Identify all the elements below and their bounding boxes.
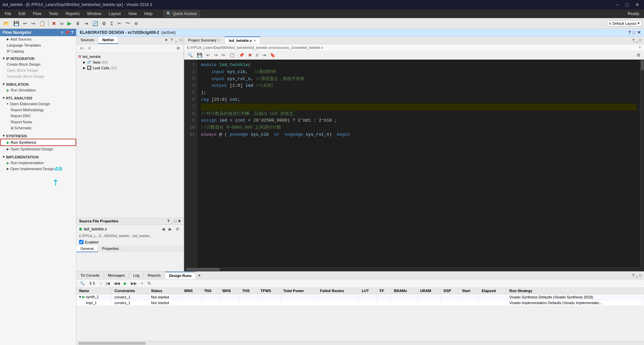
nav-section-sim-title[interactable]: ▾ SIMULATION	[0, 81, 76, 87]
dr-add[interactable]: +	[140, 280, 145, 286]
src-props-tab-general[interactable]: General	[76, 246, 98, 252]
code-paste[interactable]: 📌	[237, 52, 246, 58]
code-hscroll-thumb[interactable]	[186, 268, 220, 271]
nav-item-open-synthesized[interactable]: ▶ Open Synthesized Design	[0, 146, 76, 152]
nav-item-run-simulation[interactable]: ▶ Run Simulation	[0, 87, 76, 93]
synth-expand-icon[interactable]: ▾	[79, 295, 81, 299]
src-props-tab-properties[interactable]: Properties	[98, 246, 123, 252]
code-content[interactable]: module led_twinkle( input sys_clk, //系统时…	[198, 60, 640, 267]
redo-button[interactable]: ↪	[30, 20, 37, 27]
code-hscroll[interactable]	[184, 267, 644, 271]
dr-search[interactable]: 🔍	[78, 280, 86, 286]
src-props-help[interactable]: ?	[167, 219, 169, 223]
src-props-close[interactable]: ✕	[178, 219, 181, 223]
filepath-close[interactable]: ✕	[638, 45, 641, 50]
copy-button[interactable]: 📋	[38, 20, 47, 27]
tab-messages[interactable]: Messages	[104, 272, 129, 279]
dr-percent[interactable]: %	[146, 280, 152, 286]
src-nav-left[interactable]: ◀	[160, 226, 166, 232]
menu-flow[interactable]: Flow	[30, 11, 45, 17]
tab-project-summary[interactable]: Project Summary ✕	[184, 37, 225, 44]
code-comment[interactable]: //	[255, 52, 260, 58]
code-indent[interactable]: ⇥	[261, 52, 267, 58]
bottom-minimize[interactable]: _	[636, 273, 638, 277]
nav-item-open-block-design[interactable]: Open Block Design	[0, 67, 76, 73]
dr-play[interactable]: ▶	[122, 280, 128, 286]
nav-item-language-templates[interactable]: Language Templates	[0, 42, 76, 48]
flow-nav-collapse[interactable]: ≡	[61, 30, 63, 35]
src-props-minimize[interactable]: _	[171, 219, 173, 223]
code-minimize[interactable]: _	[636, 38, 638, 42]
netlist-minimize[interactable]: _	[174, 37, 178, 44]
gear-button[interactable]: ⚙	[100, 20, 108, 27]
close-button[interactable]: ✕	[633, 1, 641, 8]
step-button[interactable]: ⏸	[74, 20, 82, 27]
tab-log[interactable]: Log	[129, 272, 144, 279]
dr-next[interactable]: ▶▶	[129, 280, 138, 286]
netlist-collapse-all[interactable]: ≡	[87, 45, 92, 51]
code-scrollbar[interactable]	[640, 60, 644, 267]
menu-help[interactable]: Help	[141, 11, 156, 17]
bottom-scroll-thumb[interactable]	[78, 342, 146, 345]
nav-item-run-implementation[interactable]: ▶ Run Implementation	[0, 160, 76, 166]
bottom-expand[interactable]: □	[639, 273, 641, 277]
save-button[interactable]: 💾	[12, 20, 21, 27]
code-scroll-thumb[interactable]	[641, 60, 644, 70]
stop-button[interactable]: ✖	[50, 20, 58, 27]
code-copy[interactable]: 📋	[228, 52, 236, 58]
open-button[interactable]: 📂	[2, 20, 11, 27]
menu-reports[interactable]: Reports	[62, 11, 83, 17]
menu-edit[interactable]: Edit	[15, 11, 29, 17]
code-bookmark[interactable]: 🔖	[269, 52, 277, 58]
nav-section-rtl-title[interactable]: ▾ RTL ANALYSIS	[0, 94, 76, 101]
nav-item-generate-block-design[interactable]: Generate Block Design	[0, 73, 76, 79]
table-row-synth[interactable]: ▾ ▶ synth_1 constrs_1 Not started	[76, 294, 644, 300]
step2-button[interactable]: ⇥	[83, 20, 90, 27]
code-help[interactable]: ?	[632, 38, 634, 42]
code-expand[interactable]: □	[639, 38, 641, 42]
nav-section-synth-title[interactable]: ▾ SYNTHESIS	[0, 132, 76, 139]
run-button[interactable]: ▶	[66, 19, 73, 27]
src-props-expand[interactable]: □	[174, 219, 176, 223]
bottom-help[interactable]: ?	[632, 273, 634, 277]
nav-item-report-drc[interactable]: Report DRC	[0, 113, 76, 119]
tab-led-twinkle-v[interactable]: led_twinkle.v ✕	[225, 37, 260, 44]
tab-reports[interactable]: Reports	[144, 272, 165, 279]
quick-access-bar[interactable]: 🔍 Quick Access	[163, 10, 200, 17]
bottom-scrollbar[interactable]	[76, 341, 644, 345]
flow-nav-pin[interactable]: 📌	[65, 30, 70, 35]
netlist-expand[interactable]: □	[178, 37, 183, 44]
elab-expand-icon[interactable]: □	[633, 30, 635, 35]
nav-section-ip-title[interactable]: ▾ IP INTEGRATOR	[0, 55, 76, 61]
code-settings-icon[interactable]: ⚙	[635, 52, 642, 58]
led-twinkle-v-close[interactable]: ✕	[253, 39, 256, 43]
code-editor[interactable]: 1 2 3 4 5 6 7 8 9 10 11 module led_twink…	[184, 60, 644, 267]
dr-expand-all[interactable]: ⬆⬇	[88, 280, 97, 286]
sigma-button[interactable]: Σ	[109, 20, 115, 27]
menu-window[interactable]: Window	[84, 11, 105, 17]
dr-prev[interactable]: ◀◀	[112, 280, 121, 286]
nav-item-open-implemented[interactable]: ▶ Open Implemented Design	[0, 166, 76, 172]
nav-item-report-noise[interactable]: Report Noise	[0, 119, 76, 125]
refresh-button[interactable]: 🔄	[91, 20, 100, 27]
minimize-button[interactable]: −	[614, 1, 621, 8]
nav-item-add-sources[interactable]: ▶ Add Sources	[0, 36, 76, 42]
design-runs-close[interactable]: ✕	[196, 274, 203, 277]
undo-button[interactable]: ↩	[21, 20, 29, 27]
nav-item-create-block-design[interactable]: Create Block Design	[0, 61, 76, 67]
menu-tools[interactable]: Tools	[45, 11, 61, 17]
infinite-button[interactable]: ∞	[58, 20, 65, 27]
wave2-button[interactable]: ≋	[132, 20, 140, 27]
menu-layout[interactable]: Layout	[105, 11, 124, 17]
menu-file[interactable]: File	[1, 11, 14, 17]
nav-item-report-methodology[interactable]: Report Methodology	[0, 107, 76, 113]
netlist-close[interactable]: ✕	[163, 37, 169, 44]
tab-tcl-console[interactable]: Tcl Console	[76, 272, 104, 279]
wave1-button[interactable]: 〜	[124, 19, 132, 27]
code-undo[interactable]: ↩	[205, 52, 211, 58]
layout-dropdown[interactable]: ≡ Default Layout ▾	[607, 20, 642, 26]
dr-collapse[interactable]: ↕	[98, 280, 103, 286]
nav-item-schematic[interactable]: ⊞ Schematic	[0, 125, 76, 131]
tab-netlist[interactable]: Netlist	[98, 37, 118, 44]
tab-sources[interactable]: Sources	[76, 37, 98, 44]
